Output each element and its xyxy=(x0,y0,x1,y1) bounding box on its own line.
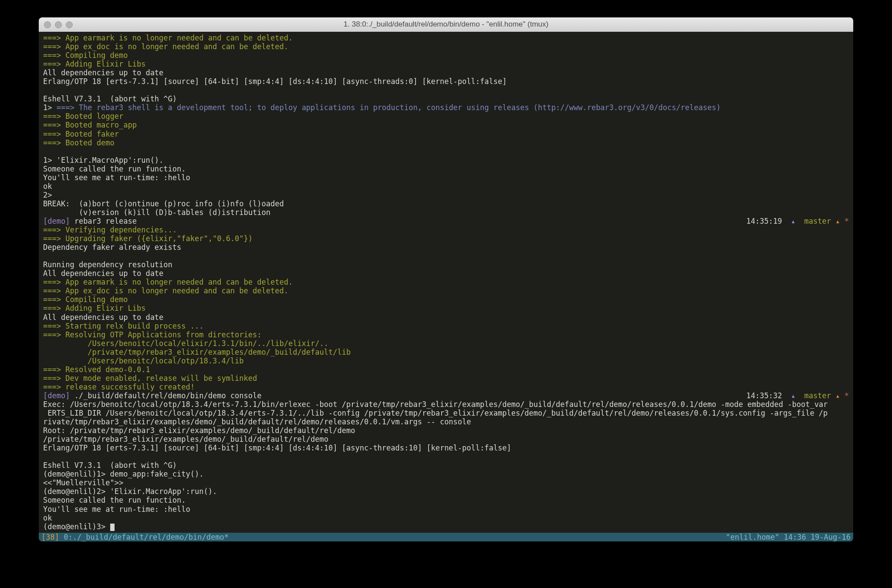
terminal-line: ok xyxy=(43,182,849,191)
terminal-line: [demo] ./_build/default/rel/demo/bin/dem… xyxy=(43,391,849,400)
terminal-line: Dependency faker already exists xyxy=(43,243,849,252)
terminal-line: (demo@enlil)3> xyxy=(43,522,849,531)
terminal-line: ===> Booted macro_app xyxy=(43,121,849,129)
tmux-statusbar: [38] 0:./_build/default/rel/demo/bin/dem… xyxy=(39,533,853,542)
terminal-line: Someone called the run function. xyxy=(43,165,849,173)
terminal-line xyxy=(43,86,849,94)
terminal-line: Exec: /Users/benoitc/local/otp/18.3.4/er… xyxy=(43,400,849,409)
terminal-line: /Users/benoitc/local/elixir/1.3.1/bin/..… xyxy=(43,339,849,348)
terminal-line: /Users/benoitc/local/otp/18.3.4/lib xyxy=(43,356,849,365)
terminal-line: ===> Upgrading faker ({elixir,"faker","0… xyxy=(43,234,849,243)
terminal-line: ===> Resolved demo-0.0.1 xyxy=(43,365,849,374)
terminal-line: ===> Booted faker xyxy=(43,130,849,138)
terminal-line: <<"Muellerville">> xyxy=(43,478,849,487)
terminal-line: Eshell V7.3.1 (abort with ^G) xyxy=(43,94,849,103)
terminal-window: 1. 38:0:./_build/default/rel/demo/bin/de… xyxy=(39,17,853,541)
terminal-line: All dependencies up to date xyxy=(43,68,849,77)
terminal-line: 1> 'Elixir.MacroApp':run(). xyxy=(43,156,849,165)
terminal-line: All dependencies up to date xyxy=(43,313,849,322)
terminal-line: ===> Starting relx build process ... xyxy=(43,322,849,330)
terminal-line: [demo] rebar3 release14:35:19 ▴ master ▴… xyxy=(43,217,849,225)
terminal-line: ===> App ex_doc is no longer needed and … xyxy=(43,42,849,51)
terminal-line: Root: /private/tmp/rebar3_elixir/example… xyxy=(43,426,849,435)
statusbar-right: "enlil.home" 14:36 19-Aug-16 xyxy=(726,533,851,542)
terminal-line: (v)ersion (k)ill (D)b-tables (d)istribut… xyxy=(43,208,849,217)
terminal-line: ===> App ex_doc is no longer needed and … xyxy=(43,286,849,295)
terminal-line: ===> App earmark is no longer needed and… xyxy=(43,278,849,286)
terminal-line xyxy=(43,147,849,156)
terminal-line: Running dependency resolution xyxy=(43,260,849,269)
terminal-line: ===> Booted logger xyxy=(43,112,849,121)
terminal-line xyxy=(43,252,849,260)
terminal-line: ok xyxy=(43,514,849,522)
cursor xyxy=(110,524,115,531)
terminal-line: ===> Compiling demo xyxy=(43,51,849,60)
terminal-line: Someone called the run function. xyxy=(43,496,849,504)
titlebar: 1. 38:0:./_build/default/rel/demo/bin/de… xyxy=(39,17,853,32)
terminal-line: rivate/tmp/rebar3_elixir/examples/demo/_… xyxy=(43,417,849,426)
terminal-line: All dependencies up to date xyxy=(43,269,849,278)
terminal-line: You'll see me at run-time: :hello xyxy=(43,505,849,514)
terminal-line: Erlang/OTP 18 [erts-7.3.1] [source] [64-… xyxy=(43,77,849,86)
terminal-line: /private/tmp/rebar3_elixir/examples/demo… xyxy=(43,348,849,356)
statusbar-left: [38] 0:./_build/default/rel/demo/bin/dem… xyxy=(41,533,229,542)
terminal-line: You'll see me at run-time: :hello xyxy=(43,173,849,182)
terminal-output[interactable]: ===> App earmark is no longer needed and… xyxy=(39,32,853,533)
terminal-line: ===> release successfully created! xyxy=(43,383,849,391)
terminal-line: ===> Adding Elixir Libs xyxy=(43,304,849,312)
terminal-line: /private/tmp/rebar3_elixir/examples/demo… xyxy=(43,435,849,444)
terminal-line: (demo@enlil)1> demo_app:fake_city(). xyxy=(43,470,849,478)
terminal-line: ===> Adding Elixir Libs xyxy=(43,60,849,68)
terminal-line: ERTS_LIB_DIR /Users/benoitc/local/otp/18… xyxy=(43,409,849,417)
terminal-line: ===> Verifying dependencies... xyxy=(43,225,849,234)
terminal-line: 1> ===> The rebar3 shell is a developmen… xyxy=(43,103,849,112)
terminal-line: 2> xyxy=(43,191,849,199)
terminal-line: ===> Compiling demo xyxy=(43,295,849,304)
terminal-line: Eshell V7.3.1 (abort with ^G) xyxy=(43,461,849,470)
terminal-line: (demo@enlil)2> 'Elixir.MacroApp':run(). xyxy=(43,487,849,496)
terminal-line: ===> Booted demo xyxy=(43,138,849,147)
terminal-line: BREAK: (a)bort (c)ontinue (p)roc info (i… xyxy=(43,199,849,208)
terminal-line: ===> App earmark is no longer needed and… xyxy=(43,34,849,42)
terminal-line: ===> Resolving OTP Applications from dir… xyxy=(43,330,849,339)
terminal-line xyxy=(43,452,849,461)
terminal-line: ===> Dev mode enabled, release will be s… xyxy=(43,374,849,383)
window-title: 1. 38:0:./_build/default/rel/demo/bin/de… xyxy=(39,20,853,29)
terminal-line: Erlang/OTP 18 [erts-7.3.1] [source] [64-… xyxy=(43,444,849,452)
